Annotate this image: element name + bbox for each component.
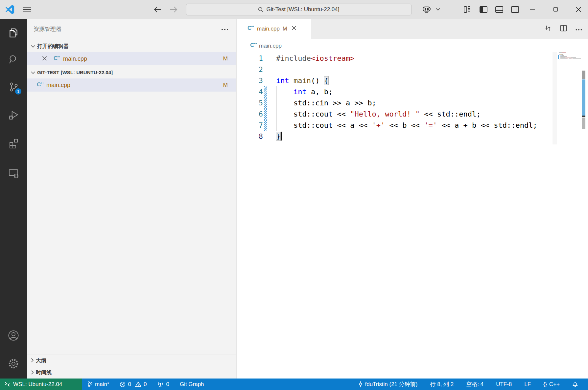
close-icon[interactable] (292, 26, 296, 32)
open-editor-item-main-cpp[interactable]: C++ main.cpp M (27, 52, 236, 65)
ports-item[interactable]: 0 (156, 379, 170, 390)
gutter-modified-indicator[interactable] (264, 98, 267, 109)
ports-count: 0 (166, 381, 169, 388)
branch-item[interactable]: main* (86, 379, 110, 390)
error-count: 0 (128, 381, 131, 388)
open-editors-section-header[interactable]: 打开的编辑器 (27, 40, 236, 52)
outline-section-header[interactable]: 大纲 (27, 355, 236, 367)
line-number[interactable]: 7 (237, 120, 263, 131)
code-line[interactable]: 8} (237, 131, 588, 142)
breadcrumb-item[interactable]: main.cpp (259, 43, 282, 49)
activity-bar: 1 (0, 19, 27, 379)
code-line[interactable]: 6 std::cout << "Hello, world! " << std::… (237, 109, 588, 120)
customize-layout-icon[interactable] (460, 0, 474, 19)
open-changes-icon[interactable] (544, 25, 552, 33)
search-view-icon[interactable] (7, 53, 20, 66)
folder-section-header[interactable]: GIT-TEST [WSL: UBUNTU-22.04] (27, 66, 236, 78)
minimap[interactable] (559, 52, 581, 72)
gutter-modified-indicator[interactable] (264, 109, 267, 120)
more-actions-icon[interactable] (221, 26, 228, 32)
folder-label: GIT-TEST [WSL: UBUNTU-22.04] (37, 70, 113, 75)
code-line-text[interactable]: int a, b; (276, 86, 333, 98)
code-line[interactable]: 5 std::cin >> a >> b; (237, 98, 588, 109)
branch-icon (87, 381, 93, 387)
line-number[interactable]: 8 (237, 131, 263, 142)
commit-info-item[interactable]: fduTristin (21 分钟前) (357, 379, 419, 390)
code-line[interactable]: 2 (237, 64, 588, 75)
copilot-icon[interactable] (419, 0, 434, 19)
remote-indicator[interactable]: WSL: Ubuntu-22.04 (0, 379, 82, 390)
code-token: a, b; (307, 88, 333, 96)
code-line[interactable]: 3int main() { (237, 75, 588, 86)
source-control-icon[interactable]: 1 (7, 80, 20, 94)
encoding-item[interactable]: UTF-8 (495, 379, 513, 390)
svg-text:++: ++ (57, 55, 60, 58)
close-button[interactable] (571, 0, 586, 19)
run-debug-icon[interactable] (7, 108, 20, 121)
language-label: C++ (549, 381, 560, 388)
code-token (276, 88, 294, 96)
line-number[interactable]: 3 (237, 75, 263, 86)
code-line-text[interactable]: int main() { (276, 75, 328, 86)
more-actions-icon[interactable] (576, 26, 582, 32)
menu-icon[interactable] (20, 0, 34, 19)
forward-icon[interactable] (166, 0, 181, 19)
git-graph-item[interactable]: Git Graph (178, 379, 205, 390)
tree-item-main-cpp[interactable]: C++ main.cpp M (27, 78, 236, 92)
vscode-logo-icon (3, 0, 16, 19)
code-token: { (324, 76, 328, 85)
command-center-search[interactable]: Git-Test [WSL: Ubuntu-22.04] (186, 4, 412, 15)
line-number[interactable]: 2 (237, 64, 263, 75)
git-graph-label: Git Graph (180, 381, 204, 388)
language-mode-item[interactable]: {} C++ (542, 379, 561, 390)
eol-item[interactable]: LF (523, 379, 532, 390)
toggle-panel-icon[interactable] (492, 0, 506, 19)
code-line-text[interactable]: std::cout << "Hello, world! " << std::en… (276, 109, 481, 120)
line-number[interactable]: 4 (237, 86, 263, 98)
close-icon[interactable] (42, 55, 47, 62)
code-area[interactable]: 1#include<iostream>23int main() {4 int a… (237, 53, 588, 142)
timeline-section-header[interactable]: 时间线 (27, 367, 236, 379)
minimize-button[interactable] (525, 0, 540, 19)
extensions-icon[interactable] (7, 137, 20, 150)
modified-badge: M (223, 82, 228, 88)
toggle-secondary-sidebar-icon[interactable] (508, 0, 522, 19)
problems-item[interactable]: 0 0 (118, 379, 148, 390)
minimap-slider[interactable] (553, 52, 557, 144)
line-number[interactable]: 5 (237, 98, 263, 109)
timeline-label: 时间线 (36, 369, 52, 376)
scrollbar-segment[interactable] (582, 118, 585, 129)
scrollbar-segment[interactable] (582, 71, 585, 79)
account-icon[interactable] (7, 329, 20, 342)
chevron-down-icon[interactable] (433, 0, 442, 19)
warning-count: 0 (144, 381, 147, 388)
notifications-bell[interactable] (571, 379, 579, 390)
back-icon[interactable] (151, 0, 165, 19)
tab-main-cpp[interactable]: C++ main.cpp M (237, 19, 311, 39)
code-token: } (276, 132, 280, 141)
line-number[interactable]: 1 (237, 53, 263, 64)
gutter-modified-indicator[interactable] (264, 120, 267, 131)
gutter-modified-indicator[interactable] (264, 86, 267, 98)
code-line[interactable]: 1#include<iostream> (237, 53, 588, 64)
indentation-item[interactable]: 空格: 4 (465, 379, 485, 390)
settings-gear-icon[interactable] (7, 357, 20, 370)
commit-info-label: fduTristin (21 分钟前) (365, 380, 417, 388)
code-line[interactable]: 4 int a, b; (237, 86, 588, 98)
code-line-text[interactable]: #include<iostream> (276, 53, 354, 64)
code-token: <iostream> (311, 54, 354, 62)
code-line-text[interactable]: std::cin >> a >> b; (276, 98, 376, 109)
toggle-primary-sidebar-icon[interactable] (477, 0, 490, 19)
cpp-file-icon: C++ (37, 81, 43, 89)
line-number[interactable]: 6 (237, 109, 263, 120)
remote-explorer-icon[interactable] (7, 167, 20, 180)
explorer-sidebar: 资源管理器 打开的编辑器 C++ main.cpp M GIT-TEST [WS… (27, 19, 237, 379)
cursor-position-item[interactable]: 行 8, 列 2 (429, 379, 455, 390)
maximize-button[interactable] (548, 0, 563, 19)
split-editor-icon[interactable] (560, 25, 567, 33)
explorer-icon[interactable] (7, 26, 20, 39)
code-token: << b << (385, 121, 424, 129)
code-line-text[interactable]: std::cout << a << '+' << b << '=' << a +… (276, 120, 537, 131)
code-line-text[interactable]: } (276, 131, 282, 142)
code-line[interactable]: 7 std::cout << a << '+' << b << '=' << a… (237, 120, 588, 131)
